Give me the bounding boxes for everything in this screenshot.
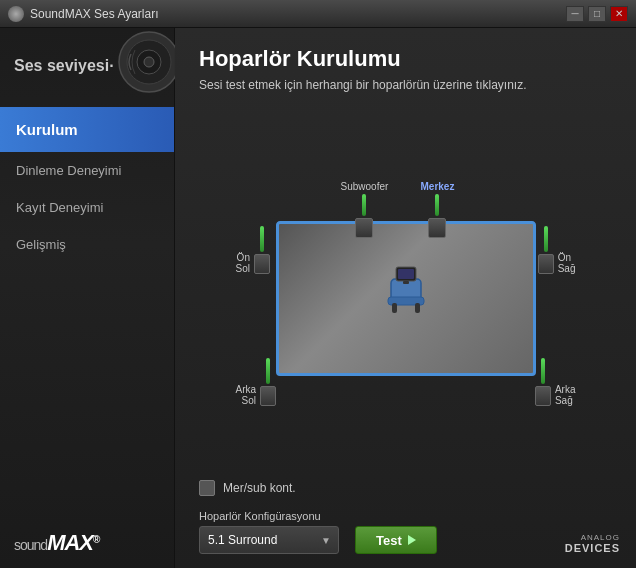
rear-right-label: ArkaSağ: [555, 384, 576, 406]
sidebar-nav: Kurulum Dinleme Deneyimi Kayıt Deneyimi …: [0, 107, 174, 518]
center-label: Merkez: [421, 181, 455, 192]
mersub-label: Mer/sub kont.: [223, 481, 296, 495]
nav-item-dinleme[interactable]: Dinleme Deneyimi: [0, 152, 174, 189]
front-left-bar: [260, 226, 264, 252]
rear-left-body: [260, 386, 276, 406]
speaker-subwoofer[interactable]: Subwoofer: [341, 181, 389, 238]
titlebar: SoundMAX Ses Ayarları ─ □ ✕: [0, 0, 636, 28]
nav-item-kurulum[interactable]: Kurulum: [0, 107, 174, 152]
rear-left-bar: [266, 358, 270, 384]
play-icon: [408, 535, 416, 545]
subwoofer-body: [355, 218, 373, 238]
center-body: [428, 218, 446, 238]
config-select-wrapper: 2.0 Stereo 4.0 Quadraphonic 5.1 Surround…: [199, 526, 339, 554]
speaker-front-left[interactable]: ÖnSol: [236, 226, 270, 274]
subwoofer-label: Subwoofer: [341, 181, 389, 192]
rear-right-bar: [541, 358, 545, 384]
floor-platform: [276, 221, 536, 376]
titlebar-left: SoundMAX Ses Ayarları: [8, 6, 159, 22]
room-stage: Subwoofer Merkez ÖnSol: [236, 171, 576, 411]
analog-text-line2: DEVICES: [565, 542, 620, 554]
nav-item-gelismis[interactable]: Gelişmiş: [0, 226, 174, 263]
config-label: Hoparlör Konfigürasyonu: [199, 510, 339, 522]
front-right-bar: [544, 226, 548, 252]
analog-devices-logo: ANALOG DEVICES: [565, 533, 620, 554]
subwoofer-bar: [362, 194, 366, 216]
logo-reg: ®: [93, 534, 99, 545]
rear-left-label: ArkaSol: [236, 384, 257, 406]
front-right-label: ÖnSağ: [558, 252, 576, 274]
front-right-body: [538, 254, 554, 274]
speaker-rear-right[interactable]: ArkaSağ: [535, 358, 576, 406]
svg-rect-6: [392, 303, 397, 313]
listening-position: [376, 259, 436, 323]
test-button[interactable]: Test: [355, 526, 437, 554]
speaker-diagram: Subwoofer Merkez ÖnSol: [199, 106, 612, 476]
svg-rect-7: [415, 303, 420, 313]
checkbox-area: Mer/sub kont.: [199, 480, 612, 496]
sidebar: Ses seviyesi· Kurulum Dinleme Deneyimi K…: [0, 28, 175, 568]
maximize-button[interactable]: □: [588, 6, 606, 22]
content-area: Hoparlör Kurulumu Sesi test etmek için h…: [175, 28, 636, 568]
page-subtitle: Sesi test etmek için herhangi bir hoparl…: [199, 78, 612, 92]
speaker-rear-left[interactable]: ArkaSol: [236, 358, 277, 406]
soundmax-logo: soundMAX®: [14, 530, 99, 556]
minimize-button[interactable]: ─: [566, 6, 584, 22]
svg-rect-10: [403, 281, 409, 284]
config-select[interactable]: 2.0 Stereo 4.0 Quadraphonic 5.1 Surround…: [199, 526, 339, 554]
rear-right-body: [535, 386, 551, 406]
sidebar-bottom: soundMAX®: [0, 518, 174, 568]
front-left-label: ÖnSol: [236, 252, 250, 274]
logo-max: MAX: [47, 530, 93, 555]
volume-label: Ses seviyesi·: [14, 57, 114, 75]
speaker-icon-large: [117, 30, 182, 95]
titlebar-controls[interactable]: ─ □ ✕: [566, 6, 628, 22]
chair-svg: [376, 259, 436, 319]
volume-area: Ses seviyesi·: [0, 28, 174, 103]
center-bar: [435, 194, 439, 216]
mersub-checkbox[interactable]: [199, 480, 215, 496]
speaker-front-right[interactable]: ÖnSağ: [538, 226, 576, 274]
svg-rect-9: [398, 269, 414, 279]
close-button[interactable]: ✕: [610, 6, 628, 22]
bottom-controls: Hoparlör Konfigürasyonu 2.0 Stereo 4.0 Q…: [199, 510, 612, 554]
nav-item-kayit[interactable]: Kayıt Deneyimi: [0, 189, 174, 226]
titlebar-title: SoundMAX Ses Ayarları: [30, 7, 159, 21]
front-left-body: [254, 254, 270, 274]
app-body: Ses seviyesi· Kurulum Dinleme Deneyimi K…: [0, 28, 636, 568]
page-title: Hoparlör Kurulumu: [199, 46, 612, 72]
app-icon: [8, 6, 24, 22]
test-button-label: Test: [376, 533, 402, 548]
logo-sound: sound: [14, 537, 47, 553]
speaker-center[interactable]: Merkez: [421, 181, 455, 238]
analog-text-line1: ANALOG: [581, 533, 620, 542]
config-group: Hoparlör Konfigürasyonu 2.0 Stereo 4.0 Q…: [199, 510, 339, 554]
svg-point-3: [144, 57, 154, 67]
